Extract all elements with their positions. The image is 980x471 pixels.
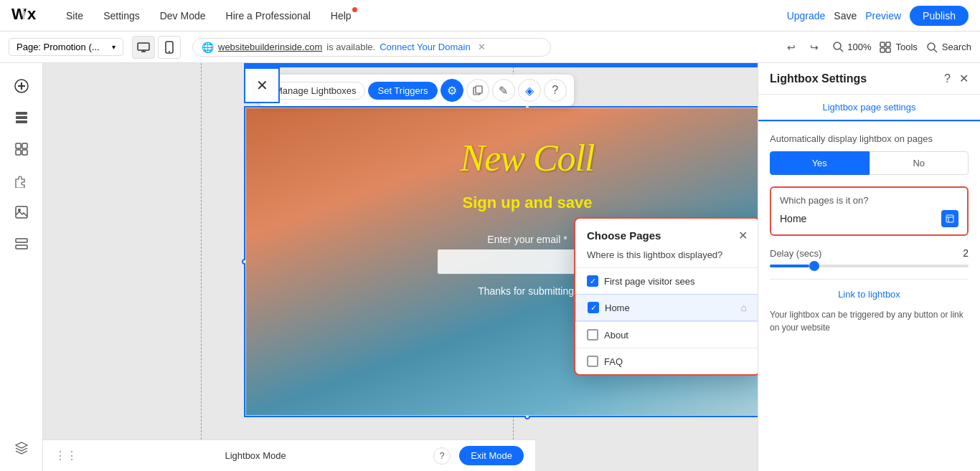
wix-logo: W i x (11, 6, 42, 25)
sidebar-image-icon[interactable] (7, 198, 36, 227)
svg-rect-12 (880, 48, 885, 52)
delay-label-row: Delay (secs) 2 (770, 247, 969, 259)
editor-bar-right: ↩ ↪ 100% Tools Search (781, 37, 971, 57)
svg-text:x: x (27, 8, 37, 21)
domain-bar-close[interactable]: ✕ (478, 42, 486, 52)
choose-pages-modal: Choose Pages ✕ Where is this lightbox di… (574, 217, 758, 376)
zoom-level: 100% (847, 42, 871, 52)
nav-hire[interactable]: Hire a Professional (225, 7, 312, 24)
panel-help-icon[interactable]: ? (944, 72, 951, 85)
svg-rect-28 (16, 239, 27, 242)
publish-button[interactable]: Publish (910, 6, 969, 26)
lightbox-mode-label: Lightbox Mode (225, 450, 286, 461)
panel-header: Lightbox Settings ? ✕ (758, 63, 980, 95)
preview-button[interactable]: Preview (865, 10, 901, 22)
home-page-name: Home (605, 303, 630, 313)
svg-point-8 (834, 42, 841, 49)
which-pages-value: Home (780, 210, 958, 227)
first-page-label: First page visitor sees (604, 276, 694, 287)
domain-url[interactable]: websitebuilderinside.com (218, 42, 322, 52)
svg-point-14 (928, 43, 935, 50)
delay-slider-thumb[interactable] (809, 261, 819, 271)
desktop-view-button[interactable] (132, 36, 155, 59)
svg-rect-31 (476, 86, 482, 93)
sidebar-pages-icon[interactable] (7, 103, 36, 132)
tools-button[interactable]: Tools (880, 42, 917, 53)
svg-rect-19 (16, 112, 27, 115)
canvas-close-button[interactable]: ✕ (244, 67, 280, 103)
page-row-faq[interactable]: FAQ (575, 348, 758, 374)
no-toggle-button[interactable]: No (870, 151, 969, 175)
main-editor-area: Manage Lightboxes Set Triggers ⚙ ✎ ◈ ? ✕… (0, 63, 980, 471)
zoom-control[interactable]: 100% (833, 42, 871, 53)
about-checkbox[interactable] (587, 329, 598, 341)
upgrade-button[interactable]: Upgrade (787, 10, 826, 22)
connect-domain-button[interactable]: Connect Your Domain (380, 42, 470, 52)
promo-subtitle: Sign up and save (463, 194, 593, 212)
page-row-home-left: ✓ Home (588, 302, 630, 313)
help-notification-dot (352, 7, 357, 12)
pen-toolbar-icon[interactable]: ✎ (492, 79, 515, 102)
svg-rect-20 (16, 116, 27, 119)
panel-tab-page-settings[interactable]: Lightbox page settings (758, 95, 980, 121)
yes-toggle-button[interactable]: Yes (770, 151, 870, 175)
home-page-icon: ⌂ (741, 302, 747, 313)
nav-right-actions: Upgrade Save Preview Publish (787, 6, 969, 26)
modal-close-button[interactable]: ✕ (738, 229, 748, 242)
svg-line-9 (840, 49, 843, 52)
search-button[interactable]: Search (926, 42, 971, 53)
delay-slider-track[interactable] (770, 265, 969, 267)
nav-site[interactable]: Site (65, 7, 85, 24)
sidebar-grid-icon[interactable] (7, 135, 36, 163)
exit-mode-button[interactable]: Exit Mode (459, 446, 524, 465)
redo-button[interactable]: ↪ (804, 37, 824, 57)
page-row-home[interactable]: ✓ Home ⌂ (575, 294, 758, 321)
set-triggers-button[interactable]: Set Triggers (368, 82, 437, 100)
page-row-about[interactable]: About (575, 321, 758, 348)
svg-rect-29 (16, 245, 27, 249)
sidebar-list-icon[interactable] (7, 229, 36, 258)
panel-title: Lightbox Settings (770, 72, 867, 85)
first-page-row[interactable]: ✓ First page visitor sees (575, 267, 758, 294)
lightbox-help-button[interactable]: ? (433, 447, 451, 465)
help-toolbar-icon[interactable]: ? (544, 79, 567, 102)
panel-header-icons: ? ✕ (944, 72, 969, 85)
save-button[interactable]: Save (834, 10, 857, 22)
sidebar-add-icon[interactable] (7, 72, 36, 100)
nav-devmode[interactable]: Dev Mode (159, 7, 207, 24)
copy-toolbar-icon[interactable] (466, 79, 489, 102)
svg-point-7 (169, 51, 170, 52)
panel-close-icon[interactable]: ✕ (959, 72, 969, 85)
yes-no-toggle: Yes No (770, 151, 969, 175)
delay-section: Delay (secs) 2 (770, 247, 969, 267)
left-sidebar (0, 63, 43, 471)
lightbox-mode-bar: ⋮⋮ Lightbox Mode ? Exit Mode (43, 439, 535, 471)
home-checkbox[interactable]: ✓ (588, 302, 599, 313)
page-selector[interactable]: Page: Promotion (... ▾ (9, 38, 123, 56)
mobile-view-button[interactable] (158, 36, 181, 59)
domain-globe-icon: 🌐 (202, 42, 214, 53)
sidebar-layers-icon[interactable] (7, 434, 36, 462)
top-navigation: W i x Site Settings Dev Mode Hire a Prof… (0, 0, 980, 32)
svg-rect-21 (16, 120, 27, 123)
link-to-lightbox-button[interactable]: Link to lightbox (838, 289, 900, 300)
undo-button[interactable]: ↩ (781, 37, 801, 57)
which-pages-label: Which pages is it on? (780, 195, 958, 206)
manage-lightboxes-button[interactable]: Manage Lightboxes (265, 82, 365, 100)
nav-help[interactable]: Help (329, 7, 353, 24)
nav-settings[interactable]: Settings (102, 7, 141, 24)
first-page-checkbox[interactable]: ✓ (587, 275, 598, 287)
faq-checkbox[interactable] (587, 356, 598, 367)
tools-label: Tools (895, 42, 917, 52)
svg-rect-25 (22, 150, 27, 155)
promo-thanks: Thanks for submitting! (478, 285, 577, 297)
lightbox-bar-dots[interactable]: ⋮⋮ (55, 449, 77, 462)
settings-toolbar-icon[interactable]: ⚙ (440, 79, 463, 102)
svg-rect-11 (886, 42, 890, 47)
diamond-toolbar-icon[interactable]: ◈ (518, 79, 541, 102)
canvas-area: Manage Lightboxes Set Triggers ⚙ ✎ ◈ ? ✕… (43, 63, 758, 471)
svg-rect-23 (22, 143, 27, 148)
sidebar-puzzle-icon[interactable] (7, 166, 36, 195)
page-row-about-left: About (587, 329, 628, 341)
which-pages-edit-button[interactable] (941, 210, 958, 227)
